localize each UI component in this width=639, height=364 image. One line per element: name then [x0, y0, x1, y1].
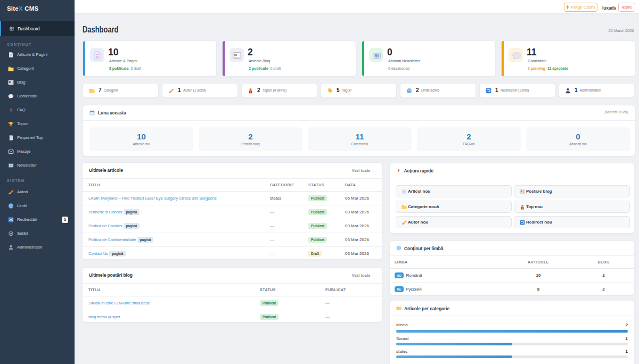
svg-text:@: @	[374, 53, 379, 58]
svg-text:?: ?	[10, 107, 13, 113]
